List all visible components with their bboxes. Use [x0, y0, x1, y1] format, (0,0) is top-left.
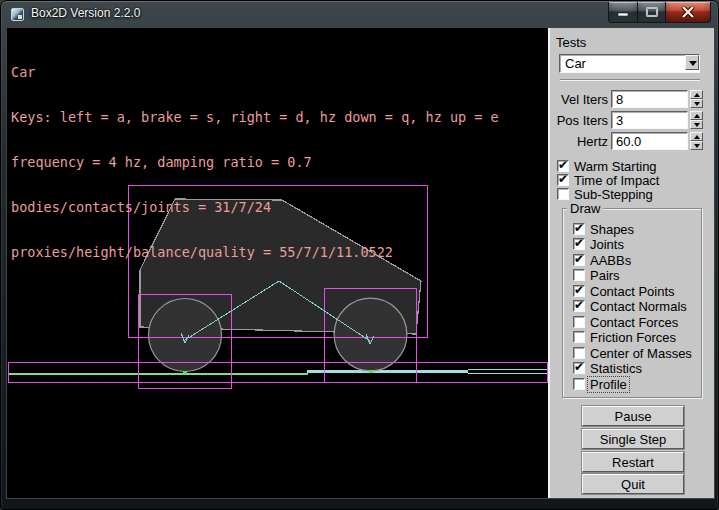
- spinner-up-button[interactable]: [690, 90, 703, 99]
- checkbox-label: Contact Forces: [590, 315, 678, 330]
- check-icon: ✔: [574, 236, 584, 250]
- maximize-button[interactable]: [638, 2, 666, 23]
- checkbox-label: Profile: [588, 377, 629, 392]
- spinner-up-button[interactable]: [690, 132, 703, 141]
- arrow-down-icon: [694, 123, 700, 127]
- checkbox-label: Sub-Stepping: [574, 187, 653, 202]
- app-icon: [11, 8, 24, 21]
- pos-iters-row: Pos Iters 3: [550, 111, 716, 129]
- tests-dropdown-button[interactable]: [685, 55, 699, 70]
- pos-iters-label: Pos Iters: [550, 113, 608, 128]
- stats-line: proxies/height/balance/quality = 55/7/1/…: [11, 245, 499, 260]
- checkbox-label: AABBs: [590, 253, 631, 268]
- spinner-down-button[interactable]: [690, 99, 703, 108]
- checkbox-label: Warm Starting: [574, 159, 657, 174]
- tests-dropdown-value: Car: [565, 56, 586, 71]
- maximize-icon: [645, 7, 658, 18]
- control-panel: Tests Car Vel Iters 8 Pos Iters 3: [548, 28, 714, 498]
- close-button[interactable]: [666, 2, 711, 23]
- arrow-up-icon: [694, 114, 700, 118]
- spinner-up-button[interactable]: [690, 111, 703, 120]
- app-window: Box2D Version 2.2.0: [0, 0, 719, 510]
- check-icon: ✔: [574, 221, 584, 235]
- minimize-icon: [617, 7, 629, 17]
- checkbox-label: Pairs: [590, 268, 620, 283]
- stats-line: Keys: left = a, brake = s, right = d, hz…: [11, 110, 499, 125]
- vel-iters-stepper: [690, 90, 703, 108]
- draw-group-title: Draw: [567, 201, 603, 216]
- checkbox-label: Friction Forces: [590, 330, 676, 345]
- spinner-down-button[interactable]: [690, 141, 703, 150]
- restart-button[interactable]: Restart: [582, 452, 684, 472]
- checkbox-box[interactable]: ✔: [573, 223, 585, 235]
- pos-iters-stepper: [690, 111, 703, 129]
- hertz-input[interactable]: 60.0: [611, 132, 688, 150]
- rear-wheel-shape: [149, 299, 222, 372]
- checkbox-box[interactable]: ✔: [573, 238, 585, 250]
- checkbox-box[interactable]: ✔: [573, 378, 585, 390]
- checkbox-box[interactable]: ✔: [573, 254, 585, 266]
- front-wheel-shape: [334, 298, 407, 371]
- checkbox-box[interactable]: ✔: [573, 316, 585, 328]
- arrow-up-icon: [694, 93, 700, 97]
- checkbox-box[interactable]: ✔: [573, 269, 585, 281]
- hertz-row: Hertz 60.0: [550, 132, 716, 150]
- pause-button[interactable]: Pause: [582, 406, 684, 426]
- spinner-down-button[interactable]: [690, 120, 703, 129]
- single-step-button[interactable]: Single Step: [582, 429, 684, 449]
- check-icon: ✔: [574, 283, 584, 297]
- arrow-down-icon: [694, 102, 700, 106]
- checkbox-label: Shapes: [590, 222, 634, 237]
- check-icon: ✔: [574, 298, 584, 312]
- checkbox-box[interactable]: ✔: [573, 285, 585, 297]
- stats-overlay: Car Keys: left = a, brake = s, right = d…: [11, 35, 499, 290]
- checkbox-box[interactable]: ✔: [573, 347, 585, 359]
- vel-iters-label: Vel Iters: [550, 92, 608, 107]
- checkbox-label: Statistics: [590, 361, 642, 376]
- stats-line: Car: [11, 65, 499, 80]
- vel-iters-row: Vel Iters 8: [550, 90, 716, 108]
- arrow-up-icon: [694, 135, 700, 139]
- contact-point-rear: [183, 371, 187, 374]
- simulation-canvas[interactable]: Car Keys: left = a, brake = s, right = d…: [7, 28, 548, 498]
- check-icon: ✔: [558, 172, 568, 186]
- client-area: Car Keys: left = a, brake = s, right = d…: [7, 28, 714, 498]
- checkbox-label: Joints: [590, 237, 624, 252]
- checkbox-box[interactable]: ✔: [573, 362, 585, 374]
- pos-iters-input[interactable]: 3: [611, 111, 688, 129]
- check-icon: ✔: [574, 252, 584, 266]
- separator: [560, 79, 700, 81]
- checkbox-box[interactable]: ✔: [557, 160, 569, 172]
- stats-line: frequency = 4 hz, damping ratio = 0.7: [11, 155, 499, 170]
- contact-point-front: [369, 370, 373, 373]
- checkbox-box[interactable]: ✔: [557, 174, 569, 186]
- vel-iters-input[interactable]: 8: [611, 90, 688, 108]
- window-title: Box2D Version 2.2.0: [31, 6, 140, 20]
- title-bar[interactable]: Box2D Version 2.2.0: [2, 2, 717, 25]
- window-controls: [608, 2, 711, 23]
- checkbox-box[interactable]: ✔: [573, 331, 585, 343]
- hertz-stepper: [690, 132, 703, 150]
- tests-label: Tests: [556, 35, 586, 50]
- checkbox-label: Contact Points: [590, 284, 675, 299]
- checkbox-box[interactable]: ✔: [557, 188, 569, 200]
- tests-dropdown[interactable]: Car: [559, 54, 700, 73]
- chevron-down-icon: [689, 61, 697, 66]
- check-icon: ✔: [558, 158, 568, 172]
- checkbox-box[interactable]: ✔: [573, 300, 585, 312]
- minimize-button[interactable]: [608, 2, 638, 23]
- arrow-down-icon: [694, 144, 700, 148]
- checkbox-label: Time of Impact: [574, 173, 659, 188]
- check-icon: ✔: [574, 360, 584, 374]
- stats-line: bodies/contacts/joints = 31/7/24: [11, 200, 499, 215]
- quit-button[interactable]: Quit: [582, 474, 684, 494]
- close-icon: [682, 7, 695, 18]
- checkbox-label: Contact Normals: [590, 299, 687, 314]
- hertz-label: Hertz: [550, 134, 608, 149]
- checkbox-label: Center of Masses: [590, 346, 692, 361]
